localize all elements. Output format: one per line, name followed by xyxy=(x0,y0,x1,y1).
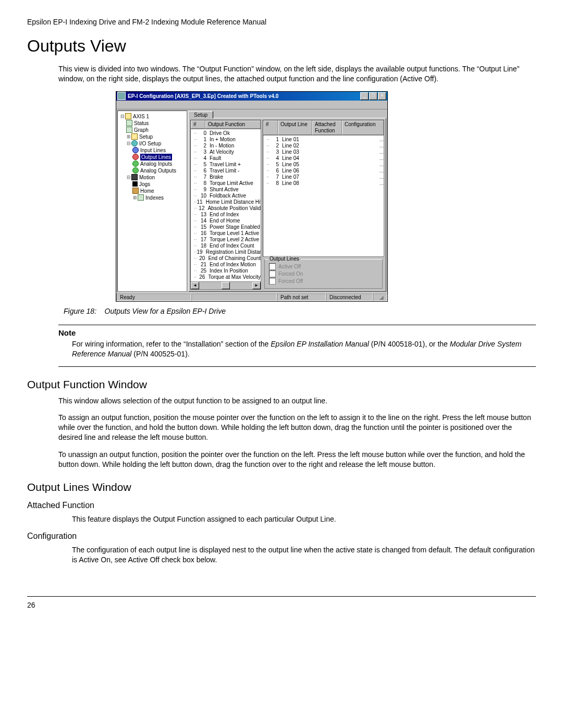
output-line-list[interactable]: # Output Line Attached Function Configur… xyxy=(263,120,384,257)
tree-item-jogs[interactable]: Jogs xyxy=(119,181,186,188)
tree-item-output-lines[interactable]: Output Lines xyxy=(119,154,186,161)
checkbox-icon[interactable] xyxy=(269,263,276,270)
function-row[interactable]: ··8Torque Limit Active xyxy=(194,180,261,187)
col-output-function[interactable]: Output Function xyxy=(205,120,261,129)
checkbox-icon[interactable] xyxy=(269,278,276,285)
tree-root[interactable]: ⊟AXIS 1 xyxy=(119,113,186,120)
function-row[interactable]: ··9Shunt Active xyxy=(194,187,261,193)
col-attached-function[interactable]: Attached Function xyxy=(312,120,342,135)
col-number[interactable]: # xyxy=(191,120,205,129)
function-row[interactable]: ··3At Velocity xyxy=(194,149,261,155)
tree-item-io-setup[interactable]: ⊟I/O Setup xyxy=(119,140,186,147)
function-row[interactable]: ··10Foldback Active xyxy=(194,193,261,199)
function-row[interactable]: ··19Registration Limit Distance H xyxy=(194,249,261,255)
note-heading: Note xyxy=(58,328,536,337)
note-rule-top xyxy=(58,325,536,325)
function-row[interactable]: ··17Torque Level 2 Active xyxy=(194,237,261,243)
function-row[interactable]: ··4Fault xyxy=(194,155,261,162)
col-configuration[interactable]: Configuration xyxy=(342,120,384,135)
function-row[interactable]: ··13End of Index xyxy=(194,212,261,218)
line-rows[interactable]: ··1Line 01...··2Line 02...··3Line 03...·… xyxy=(263,135,384,256)
checkbox-active-off[interactable]: Active Off xyxy=(269,263,378,270)
intro-paragraph: This view is divided into two windows. T… xyxy=(58,64,536,84)
checkbox-forced-on[interactable]: Forced On xyxy=(269,270,378,277)
function-row[interactable]: ··0Drive Ok xyxy=(194,130,261,137)
line-row[interactable]: ··3Line 03... xyxy=(266,149,384,155)
analog-outputs-icon xyxy=(132,167,139,174)
output-lines-icon xyxy=(132,154,139,160)
note-rule-bottom xyxy=(58,366,536,367)
tree-item-setup[interactable]: ⊞Setup xyxy=(119,133,186,140)
function-rows[interactable]: ··0Drive Ok··1In + Motion··2In - Motion·… xyxy=(191,129,261,281)
output-function-window-heading: Output Function Window xyxy=(27,378,536,391)
function-row[interactable]: ··11Home Limit Distance Hit xyxy=(194,199,261,205)
function-row[interactable]: ··15Power Stage Enabled xyxy=(194,224,261,230)
graph-icon xyxy=(126,127,132,133)
line-row[interactable]: ··8Line 08... xyxy=(266,180,384,187)
tree-item-motion[interactable]: ⊟Motion xyxy=(119,174,186,181)
function-row[interactable]: ··21End of Index Motion xyxy=(194,262,261,268)
toolbar-area xyxy=(116,101,387,109)
function-row[interactable]: ··25Index In Position xyxy=(194,268,261,274)
resize-grip-icon[interactable]: ◢ xyxy=(373,293,387,301)
status-ready: Ready xyxy=(116,293,191,301)
line-row[interactable]: ··1Line 01... xyxy=(266,137,384,143)
window-title: EP-I Configuration [AXIS_EPI_3.Ep] Creat… xyxy=(128,93,360,99)
checkbox-icon[interactable] xyxy=(269,270,276,277)
attached-function-heading: Attached Function xyxy=(27,501,536,510)
function-row[interactable]: ··2In - Motion xyxy=(194,143,261,149)
setup-icon xyxy=(131,133,138,140)
scroll-right-button[interactable]: ► xyxy=(252,282,261,289)
group-title: Output Lines xyxy=(268,256,301,262)
col-output-line[interactable]: Output Line xyxy=(278,120,312,135)
ofw-para-2: To assign an output function, position t… xyxy=(58,413,536,442)
scroll-thumb[interactable] xyxy=(222,282,230,289)
input-lines-icon xyxy=(132,147,139,153)
jogs-icon xyxy=(132,181,138,187)
indexes-icon xyxy=(138,194,144,201)
configuration-para: The configuration of each output line is… xyxy=(72,545,536,565)
scroll-left-button[interactable]: ◄ xyxy=(191,282,199,289)
tree-item-status[interactable]: Status xyxy=(119,120,186,127)
close-button[interactable]: × xyxy=(378,92,386,100)
window-titlebar[interactable]: EP-I Configuration [AXIS_EPI_3.Ep] Creat… xyxy=(116,92,387,101)
tree-item-home[interactable]: Home xyxy=(119,188,186,194)
maximize-button[interactable]: □ xyxy=(369,92,377,100)
page-number: 26 xyxy=(27,601,536,609)
function-row[interactable]: ··6Travel Limit - xyxy=(194,168,261,174)
function-row[interactable]: ··26Torque at Max Velocity xyxy=(194,274,261,280)
function-row[interactable]: ··14End of Home xyxy=(194,218,261,224)
horizontal-scrollbar[interactable]: ◄ ► xyxy=(191,281,261,289)
tree-item-indexes[interactable]: ⊞Indexes xyxy=(119,194,186,201)
output-function-list[interactable]: # Output Function ··0Drive Ok··1In + Mot… xyxy=(190,120,261,290)
function-row[interactable]: ··7Brake xyxy=(194,174,261,180)
tab-setup[interactable]: Setup xyxy=(188,111,213,118)
function-row[interactable]: ··12Absolute Position Valid xyxy=(194,205,261,212)
ofw-para-1: This window allows selection of the outp… xyxy=(58,396,536,406)
output-lines-window-heading: Output Lines Window xyxy=(27,481,536,493)
function-row[interactable]: ··18End of Index Count xyxy=(194,243,261,249)
status-connection: Disconnected xyxy=(326,293,373,301)
figure-caption: Figure 18: Outputs View for a Epsilon EP… xyxy=(64,307,536,315)
line-row[interactable]: ··2Line 02... xyxy=(266,143,384,149)
tree-item-input-lines[interactable]: Input Lines xyxy=(119,147,186,154)
tree-panel[interactable]: ⊟AXIS 1 Status Graph ⊞Setup ⊟I/O Setup I… xyxy=(117,110,187,292)
footer-rule xyxy=(27,596,536,597)
minimize-button[interactable]: _ xyxy=(360,92,369,100)
status-mid xyxy=(191,293,277,301)
col-line-number[interactable]: # xyxy=(263,120,278,135)
line-row[interactable]: ··7Line 07... xyxy=(266,174,384,180)
tree-item-graph[interactable]: Graph xyxy=(119,127,186,133)
line-row[interactable]: ··5Line 05... xyxy=(266,162,384,168)
line-row[interactable]: ··6Line 06... xyxy=(266,168,384,174)
checkbox-forced-off[interactable]: Forced Off xyxy=(269,278,378,285)
tree-item-analog-inputs[interactable]: Analog Inputs xyxy=(119,161,186,167)
function-row[interactable]: ··5Travel Limit + xyxy=(194,162,261,168)
configuration-heading: Configuration xyxy=(27,532,536,541)
line-row[interactable]: ··4Line 04... xyxy=(266,155,384,162)
function-row[interactable]: ··20End of Chaining Count xyxy=(194,255,261,262)
function-row[interactable]: ··16Torque Level 1 Active xyxy=(194,230,261,237)
function-row[interactable]: ··1In + Motion xyxy=(194,137,261,143)
tree-item-analog-outputs[interactable]: Analog Outputs xyxy=(119,167,186,174)
motion-icon xyxy=(131,174,138,180)
